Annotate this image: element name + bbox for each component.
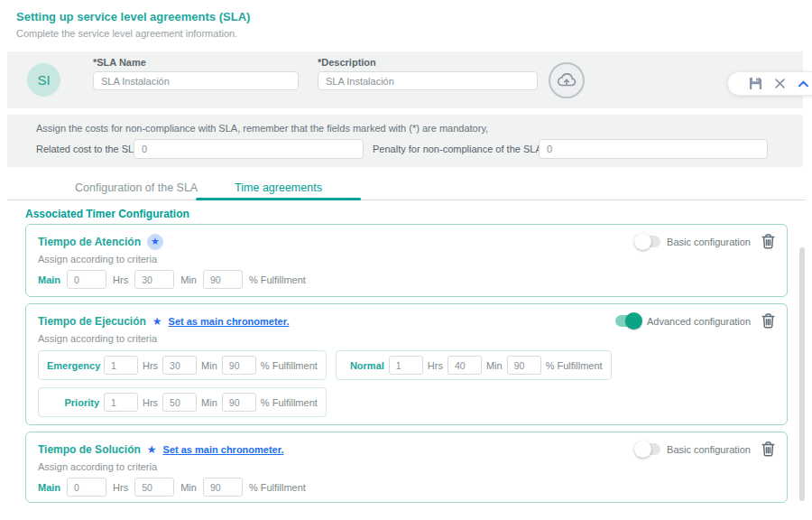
criteria-label: Normal — [345, 360, 384, 371]
minutes-input[interactable] — [134, 270, 174, 289]
delete-timer-button[interactable] — [761, 234, 775, 249]
page-title: Setting up service level agreements (SLA… — [16, 10, 250, 23]
min-unit-label: Min — [180, 482, 197, 493]
delete-timer-button[interactable] — [761, 441, 775, 457]
fulfillment-input[interactable] — [222, 356, 256, 375]
hours-input[interactable] — [104, 393, 138, 412]
criteria-label: Main — [38, 482, 60, 493]
hours-input[interactable] — [104, 356, 138, 375]
toggle-label: Basic configuration — [667, 444, 751, 455]
collapse-button[interactable] — [798, 79, 809, 88]
min-unit-label: Min — [201, 360, 217, 371]
hrs-unit-label: Hrs — [428, 360, 443, 371]
criteria-boxes: Emergency Hrs Min % Fulfillment Normal H… — [38, 350, 775, 417]
timer-card-solucion: Tiempo de Solución ★ Set as main chronom… — [25, 432, 788, 503]
tab-configuration-of-the-sla[interactable]: Configuration of the SLA — [75, 181, 198, 194]
fulfillment-input[interactable] — [507, 356, 541, 375]
timer-title: Tiempo de Atención — [38, 236, 141, 248]
active-tab-underline — [196, 198, 361, 200]
set-main-chronometer-link[interactable]: Set as main chronometer. — [163, 444, 284, 455]
timer-card-ejecucion: Tiempo de Ejecución ★ Set as main chrono… — [25, 303, 788, 425]
sla-name-input[interactable] — [93, 71, 299, 90]
main-chronometer-star-icon: ★ — [147, 234, 163, 250]
related-cost-input[interactable] — [134, 139, 364, 159]
assign-criteria-text: Assign according to criteria — [38, 461, 775, 472]
costs-band: Assign the costs for non-compliance with… — [7, 115, 803, 167]
timer-card-atencion: Tiempo de Atención ★ Basic configuration… — [25, 224, 788, 297]
fulfillment-unit-label: % Fulfillment — [261, 360, 318, 371]
sla-header-band: SI *SLA Name *Description — [7, 51, 803, 108]
fulfillment-input[interactable] — [203, 270, 243, 289]
tabs-divider — [7, 200, 806, 200]
description-input[interactable] — [318, 71, 538, 90]
toggle-label: Basic configuration — [667, 237, 751, 247]
minutes-input[interactable] — [134, 478, 174, 497]
hours-input[interactable] — [67, 270, 106, 289]
timer-row-normal: Normal Hrs Min % Fulfillment — [336, 350, 612, 380]
costs-note: Assign the costs for non-compliance with… — [36, 123, 488, 134]
action-toolbar — [727, 71, 812, 96]
fulfillment-unit-label: % Fulfillment — [546, 360, 603, 371]
config-mode-toggle[interactable] — [635, 443, 660, 455]
timer-row-emergency: Emergency Hrs Min % Fulfillment — [38, 350, 327, 380]
fulfillment-input[interactable] — [203, 478, 243, 497]
timer-row-priority: Priority Hrs Min % Fulfillment — [38, 387, 327, 417]
save-button[interactable] — [749, 77, 762, 90]
fulfillment-unit-label: % Fulfillment — [249, 482, 306, 493]
min-unit-label: Min — [180, 274, 197, 285]
sla-setup-page: Setting up service level agreements (SLA… — [0, 0, 812, 520]
hrs-unit-label: Hrs — [143, 360, 158, 371]
fulfillment-unit-label: % Fulfillment — [261, 397, 318, 408]
delete-timer-button[interactable] — [761, 313, 775, 329]
hours-input[interactable] — [389, 356, 423, 375]
criteria-label: Main — [38, 274, 60, 285]
section-title: Associated Timer Configuration — [25, 208, 189, 220]
criteria-label: Emergency — [47, 360, 99, 371]
penalty-input[interactable] — [539, 139, 768, 159]
config-mode-toggle[interactable] — [635, 236, 660, 247]
hrs-unit-label: Hrs — [113, 274, 128, 285]
star-icon: ★ — [152, 316, 162, 327]
hours-input[interactable] — [67, 478, 106, 497]
related-cost-label: Related cost to the SLA — [36, 144, 141, 154]
tab-time-agreements[interactable]: Time agreements — [196, 181, 361, 194]
assign-criteria-text: Assign according to criteria — [38, 254, 775, 265]
trash-icon — [761, 313, 775, 329]
hrs-unit-label: Hrs — [143, 397, 158, 408]
cloud-upload-icon — [556, 70, 577, 91]
fulfillment-unit-label: % Fulfillment — [249, 274, 306, 285]
minutes-input[interactable] — [448, 356, 482, 375]
set-main-chronometer-link[interactable]: Set as main chronometer. — [169, 316, 290, 327]
timer-row: Main Hrs Min % Fulfillment — [38, 270, 775, 289]
fulfillment-input[interactable] — [222, 393, 256, 412]
star-icon: ★ — [147, 444, 157, 455]
min-unit-label: Min — [486, 360, 503, 371]
description-label: *Description — [318, 57, 376, 68]
minutes-input[interactable] — [162, 356, 197, 375]
hrs-unit-label: Hrs — [113, 482, 128, 493]
vertical-scrollbar[interactable] — [799, 247, 805, 501]
close-icon — [774, 78, 786, 89]
timer-row: Main Hrs Min % Fulfillment — [38, 478, 775, 497]
assign-criteria-text: Assign according to criteria — [38, 333, 775, 344]
timer-title: Tiempo de Solución — [38, 443, 141, 456]
save-icon — [749, 77, 762, 90]
chevron-up-icon — [798, 79, 809, 88]
upload-button[interactable] — [549, 62, 585, 98]
close-button[interactable] — [774, 78, 786, 89]
trash-icon — [761, 441, 775, 457]
sla-name-label: *SLA Name — [93, 57, 146, 68]
penalty-label: Penalty for non-compliance of the SLA — [373, 144, 542, 154]
page-subtitle: Complete the service level agreement inf… — [16, 28, 237, 39]
toggle-label: Advanced configuration — [647, 316, 751, 327]
trash-icon — [761, 234, 775, 249]
criteria-label: Priority — [47, 397, 99, 408]
avatar: SI — [27, 63, 60, 97]
config-mode-toggle[interactable] — [615, 315, 641, 327]
min-unit-label: Min — [201, 397, 217, 408]
minutes-input[interactable] — [162, 393, 197, 412]
timer-title: Tiempo de Ejecución — [38, 315, 146, 328]
